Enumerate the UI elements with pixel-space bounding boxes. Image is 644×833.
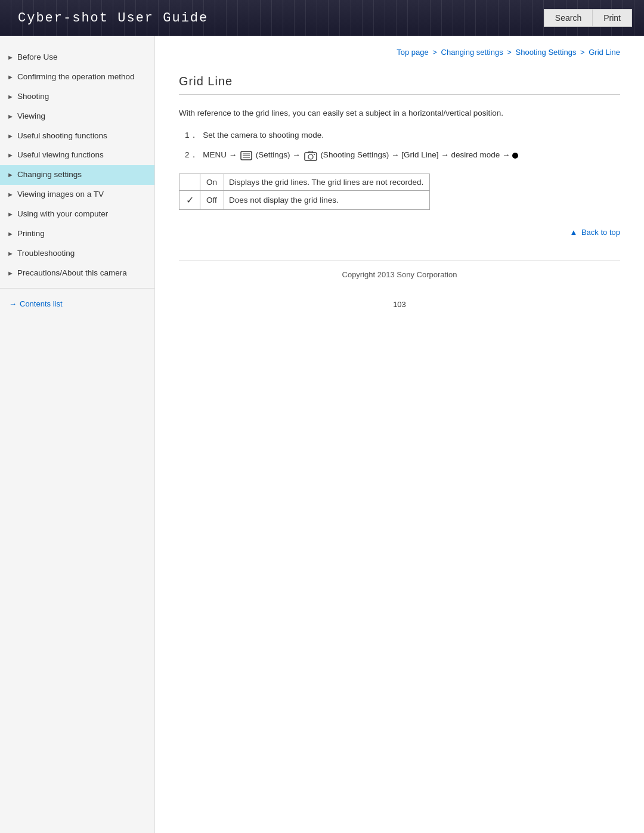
- svg-point-5: [308, 154, 313, 159]
- step-1-text: Set the camera to shooting mode.: [203, 131, 324, 140]
- sidebar-item-label: Shooting: [17, 91, 145, 103]
- print-button[interactable]: Print: [592, 9, 632, 27]
- table-row-on: On Displays the grid lines. The grid lin…: [179, 174, 430, 190]
- step-number-2: 2．: [185, 150, 198, 159]
- sidebar-item-printing[interactable]: ► Printing: [0, 224, 154, 244]
- sidebar-item-useful-shooting[interactable]: ► Useful shooting functions: [0, 126, 154, 146]
- table-label-off: Off: [200, 190, 224, 209]
- breadcrumb-grid-line: Grid Line: [589, 48, 620, 57]
- table-desc-off: Does not display the grid lines.: [224, 190, 430, 209]
- arrow-icon: ►: [7, 230, 14, 239]
- header: Cyber-shot User Guide Search Print: [0, 0, 644, 36]
- sidebar-item-label: Viewing: [17, 111, 145, 122]
- sidebar-item-label: Before Use: [17, 52, 145, 63]
- sidebar-item-label: Confirming the operation method: [17, 72, 145, 83]
- record-icon: [512, 153, 518, 159]
- arrow-icon: ►: [7, 92, 14, 101]
- arrow-icon: ►: [7, 249, 14, 258]
- sidebar-item-confirming-operation[interactable]: ► Confirming the operation method: [0, 67, 154, 87]
- sidebar-item-viewing-tv[interactable]: ► Viewing images on a TV: [0, 185, 154, 205]
- back-to-top-label: Back to top: [581, 228, 620, 237]
- arrow-icon: ►: [7, 171, 14, 179]
- page-title: Grid Line: [179, 75, 620, 95]
- step-2-menu: MENU →: [203, 150, 237, 159]
- arrow-icon: ►: [7, 53, 14, 62]
- step-2-settings-label: (Settings) →: [256, 150, 301, 159]
- step-2-shooting-label: (Shooting Settings) → [Grid Line] → desi…: [320, 150, 510, 159]
- contents-list-link[interactable]: → Contents list: [0, 293, 154, 314]
- sidebar: ► Before Use ► Confirming the operation …: [0, 36, 155, 833]
- arrow-icon: ►: [7, 112, 14, 121]
- content-area: Top page > Changing settings > Shooting …: [155, 36, 644, 833]
- breadcrumb-changing-settings[interactable]: Changing settings: [441, 48, 503, 57]
- sidebar-item-computer[interactable]: ► Using with your computer: [0, 205, 154, 224]
- main-container: ► Before Use ► Confirming the operation …: [0, 36, 644, 833]
- sidebar-divider: [0, 288, 154, 289]
- footer: Copyright 2013 Sony Corporation: [179, 261, 620, 288]
- breadcrumb-shooting-settings[interactable]: Shooting Settings: [516, 48, 577, 57]
- contents-list-label: Contents list: [20, 299, 63, 308]
- sidebar-item-changing-settings[interactable]: ► Changing settings: [0, 165, 154, 185]
- intro-text: With reference to the grid lines, you ca…: [179, 107, 620, 120]
- sidebar-item-label: Useful shooting functions: [17, 131, 145, 142]
- table-icon-on: [179, 174, 200, 190]
- header-buttons: Search Print: [544, 9, 644, 27]
- sidebar-item-label: Printing: [17, 228, 145, 240]
- svg-point-6: [314, 154, 315, 155]
- back-to-top[interactable]: ▲ Back to top: [179, 228, 620, 237]
- sidebar-item-label: Viewing images on a TV: [17, 189, 145, 200]
- step-1: 1． Set the camera to shooting mode.: [179, 129, 620, 142]
- sidebar-item-label: Using with your computer: [17, 209, 145, 220]
- sidebar-item-label: Useful viewing functions: [17, 150, 145, 161]
- header-title: Cyber-shot User Guide: [0, 11, 208, 26]
- settings-table: On Displays the grid lines. The grid lin…: [179, 174, 430, 210]
- arrow-right-icon: →: [9, 299, 17, 308]
- triangle-icon: ▲: [569, 228, 577, 237]
- arrow-icon: ►: [7, 73, 14, 82]
- table-row-off: ✓ Off Does not display the grid lines.: [179, 190, 430, 209]
- table-icon-off: ✓: [179, 190, 200, 209]
- sidebar-item-troubleshooting[interactable]: ► Troubleshooting: [0, 244, 154, 264]
- sidebar-item-label: Precautions/About this camera: [17, 268, 145, 279]
- breadcrumb-sep1: >: [432, 48, 439, 57]
- table-desc-on: Displays the grid lines. The grid lines …: [224, 174, 430, 190]
- sidebar-item-label: Changing settings: [17, 169, 145, 181]
- settings-icon: [240, 151, 252, 160]
- breadcrumb-top[interactable]: Top page: [397, 48, 429, 57]
- breadcrumb: Top page > Changing settings > Shooting …: [179, 48, 620, 60]
- page-number: 103: [179, 288, 620, 321]
- sidebar-item-label: Troubleshooting: [17, 248, 145, 259]
- table-label-on: On: [200, 174, 224, 190]
- arrow-icon: ►: [7, 132, 14, 141]
- breadcrumb-sep3: >: [580, 48, 587, 57]
- arrow-icon: ►: [7, 190, 14, 199]
- sidebar-item-viewing[interactable]: ► Viewing: [0, 107, 154, 126]
- arrow-icon: ►: [7, 210, 14, 219]
- shooting-settings-icon: [304, 150, 317, 161]
- sidebar-item-before-use[interactable]: ► Before Use: [0, 48, 154, 67]
- sidebar-item-useful-viewing[interactable]: ► Useful viewing functions: [0, 145, 154, 165]
- arrow-icon: ►: [7, 269, 14, 278]
- search-button[interactable]: Search: [544, 9, 592, 27]
- sidebar-item-precautions[interactable]: ► Precautions/About this camera: [0, 264, 154, 283]
- breadcrumb-sep2: >: [507, 48, 513, 57]
- checkmark-icon: ✓: [186, 195, 194, 205]
- sidebar-item-shooting[interactable]: ► Shooting: [0, 87, 154, 107]
- step-number-1: 1．: [185, 131, 198, 140]
- copyright-text: Copyright 2013 Sony Corporation: [342, 270, 457, 279]
- step-2: 2． MENU → (Settings) → (Shooting Setting…: [179, 148, 620, 162]
- arrow-icon: ►: [7, 151, 14, 160]
